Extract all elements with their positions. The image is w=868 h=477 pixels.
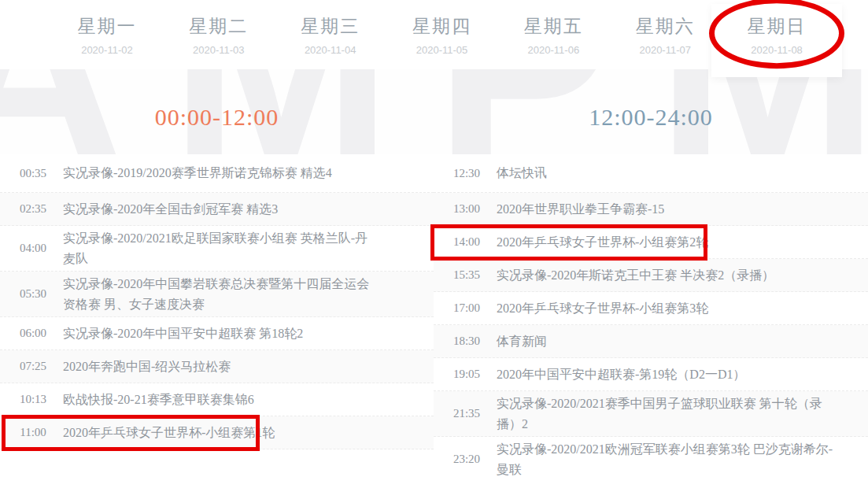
program-time: 02:35 xyxy=(13,202,54,216)
program-title: 2020年乒乓球女子世界杯-小组赛第2轮 xyxy=(497,232,708,253)
program-time: 19:05 xyxy=(446,368,487,381)
tab-date-label: 2020-11-03 xyxy=(193,44,245,56)
program-row: 04:00实况录像-2020/2021欧足联国家联赛小组赛 英格兰队-丹麦队 xyxy=(0,226,434,272)
tab-weekday-label: 星期四 xyxy=(412,14,471,39)
program-row: 13:002020年世界职业拳王争霸赛-15 xyxy=(434,193,868,226)
program-row: 21:35实况录像-2020/2021赛季中国男子篮球职业联赛 第十轮（录播）2 xyxy=(434,391,868,437)
tab-weekday-label: 星期日 xyxy=(748,14,807,39)
program-title: 实况录像-2020/2021赛季中国男子篮球职业联赛 第十轮（录播）2 xyxy=(497,394,843,434)
program-title: 2020年中国平安中超联赛-第19轮（D2一D1） xyxy=(497,364,745,385)
tab-weekday-label: 星期二 xyxy=(189,14,248,39)
program-time: 18:30 xyxy=(446,335,487,348)
program-row: 11:002020年乒乓球女子世界杯-小组赛第1轮 xyxy=(0,416,434,449)
tab-2020-11-07[interactable]: 星期六2020-11-07 xyxy=(609,0,721,69)
program-row: 19:052020年中国平安中超联赛-第19轮（D2一D1） xyxy=(434,358,868,391)
tab-date-label: 2020-11-04 xyxy=(305,44,356,56)
tab-2020-11-04[interactable]: 星期三2020-11-04 xyxy=(275,0,386,69)
tab-weekday-label: 星期三 xyxy=(301,14,360,39)
tab-2020-11-02[interactable]: 星期一2020-11-02 xyxy=(51,0,163,69)
program-row: 23:20实况录像-2020/2021欧洲冠军联赛小组赛第3轮 巴沙克谢希尔-曼… xyxy=(434,437,868,477)
pm-section-header: 12:00-24:00 xyxy=(434,69,868,154)
program-row: 05:30实况录像-2020年中国攀岩联赛总决赛暨第十四届全运会资格赛 男、女子… xyxy=(0,272,434,317)
weekday-tabs: 星期一2020-11-02星期二2020-11-03星期三2020-11-04星… xyxy=(0,0,868,69)
program-time: 07:25 xyxy=(13,360,54,373)
tab-2020-11-06[interactable]: 星期五2020-11-06 xyxy=(497,0,609,69)
program-time: 06:00 xyxy=(13,327,54,340)
tab-weekday-label: 星期六 xyxy=(636,14,695,39)
program-title: 实况录像-2020/2021欧洲冠军联赛小组赛第3轮 巴沙克谢希尔-曼联 xyxy=(497,439,843,477)
tab-weekday-label: 星期五 xyxy=(524,14,583,39)
program-time: 05:30 xyxy=(13,287,54,301)
am-program-list: 00:35实况录像-2019/2020赛季世界斯诺克锦标赛 精选402:35实况… xyxy=(0,154,434,449)
program-title: 欧战快报-20-21赛季意甲联赛集锦6 xyxy=(63,390,254,410)
program-time: 11:00 xyxy=(13,426,54,439)
program-title: 2020年奔跑中国-绍兴马拉松赛 xyxy=(63,357,231,377)
program-row: 18:30体育新闻 xyxy=(434,325,868,358)
tab-date-label: 2020-11-02 xyxy=(81,44,133,56)
tab-date-label: 2020-11-06 xyxy=(528,44,580,56)
program-title: 2020年世界职业拳王争霸赛-15 xyxy=(497,199,664,220)
program-time: 15:35 xyxy=(446,268,487,282)
program-row: 10:13欧战快报-20-21赛季意甲联赛集锦6 xyxy=(0,383,434,416)
pm-program-list: 12:30体坛快讯13:002020年世界职业拳王争霸赛-1514:002020… xyxy=(434,154,868,477)
program-time: 13:00 xyxy=(446,202,487,216)
tab-date-label: 2020-11-05 xyxy=(416,44,468,56)
tab-2020-11-05[interactable]: 星期四2020-11-05 xyxy=(386,0,498,69)
program-time: 21:35 xyxy=(446,407,487,420)
tab-weekday-label: 星期一 xyxy=(77,14,136,39)
program-title: 实况录像-2020年中国平安中超联赛 第18轮2 xyxy=(63,324,303,344)
program-time: 14:00 xyxy=(446,235,487,249)
daypart-header-band: AM PM 00:00-12:00 12:00-24:00 xyxy=(0,69,868,155)
program-row: 15:35实况录像-2020年斯诺克王中王赛 半决赛2（录播） xyxy=(434,259,868,292)
program-title: 体坛快讯 xyxy=(497,163,547,183)
program-time: 10:13 xyxy=(13,393,54,406)
program-row: 02:35实况录像-2020年全国击剑冠军赛 精选3 xyxy=(0,193,434,226)
program-title: 2020年乒乓球女子世界杯-小组赛第3轮 xyxy=(497,298,708,319)
program-title: 2020年乒乓球女子世界杯-小组赛第1轮 xyxy=(63,423,275,443)
tv-schedule-page: 星期一2020-11-02星期二2020-11-03星期三2020-11-04星… xyxy=(0,0,868,477)
program-title: 实况录像-2019/2020赛季世界斯诺克锦标赛 精选4 xyxy=(63,163,332,183)
program-row: 14:002020年乒乓球女子世界杯-小组赛第2轮 xyxy=(434,226,868,259)
program-time: 04:00 xyxy=(13,242,54,255)
tab-date-label: 2020-11-08 xyxy=(751,44,803,56)
program-time: 12:30 xyxy=(446,167,487,180)
program-row: 07:252020年奔跑中国-绍兴马拉松赛 xyxy=(0,350,434,383)
program-title: 实况录像-2020年斯诺克王中王赛 半决赛2（录播） xyxy=(497,265,774,286)
am-time-range-title: 00:00-12:00 xyxy=(155,104,279,131)
program-row: 00:35实况录像-2019/2020赛季世界斯诺克锦标赛 精选4 xyxy=(0,154,434,193)
program-row: 17:002020年乒乓球女子世界杯-小组赛第3轮 xyxy=(434,292,868,325)
pm-time-range-title: 12:00-24:00 xyxy=(589,104,713,131)
program-time: 00:35 xyxy=(13,167,54,180)
program-row: 06:00实况录像-2020年中国平安中超联赛 第18轮2 xyxy=(0,317,434,350)
program-title: 实况录像-2020/2021欧足联国家联赛小组赛 英格兰队-丹麦队 xyxy=(63,228,378,268)
program-row: 12:30体坛快讯 xyxy=(434,154,868,193)
schedule-lists: 00:35实况录像-2019/2020赛季世界斯诺克锦标赛 精选402:35实况… xyxy=(0,154,868,477)
program-title: 实况录像-2020年全国击剑冠军赛 精选3 xyxy=(63,199,278,220)
tab-2020-11-08[interactable]: 星期日2020-11-08 xyxy=(721,0,833,69)
program-time: 23:20 xyxy=(446,453,487,466)
tab-date-label: 2020-11-07 xyxy=(639,44,691,56)
tab-2020-11-03[interactable]: 星期二2020-11-03 xyxy=(163,0,275,69)
am-section-header: 00:00-12:00 xyxy=(0,69,434,154)
program-title: 实况录像-2020年中国攀岩联赛总决赛暨第十四届全运会资格赛 男、女子速度决赛 xyxy=(63,274,378,314)
program-title: 体育新闻 xyxy=(497,331,547,352)
program-time: 17:00 xyxy=(446,301,487,315)
